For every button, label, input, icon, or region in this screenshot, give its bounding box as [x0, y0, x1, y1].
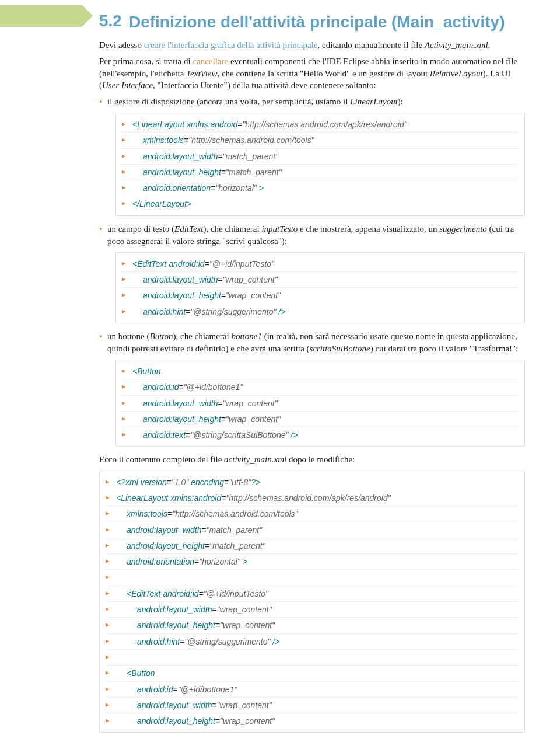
code-line: android:layout_height="wrap_content": [106, 617, 519, 633]
code-line: android:layout_width="wrap_content": [122, 271, 519, 287]
code-line: android:layout_width="match_parent": [106, 522, 519, 538]
codebox-fullfile: <?xml version="1.0" encoding="utf-8"?><L…: [99, 471, 525, 733]
code-line: xmlns:tools="http://schemas.android.com/…: [122, 132, 519, 148]
code-line: android:layout_width="wrap_content": [106, 697, 519, 713]
section-tab-marker: [0, 5, 82, 27]
code-line: <LinearLayout xmlns:android="http://sche…: [122, 117, 519, 132]
code-line: android:hint="@string/suggerimento" />: [122, 304, 519, 319]
code-line: <LinearLayout xmlns:android="http://sche…: [106, 490, 519, 506]
code-line: [106, 649, 519, 665]
code-line: android:layout_height="match_parent": [122, 164, 519, 180]
codebox-edittext: <EditText android:id="@+id/inputTesto"an…: [116, 252, 525, 323]
code-line: </LinearLayout>: [122, 196, 519, 211]
code-line: <EditText android:id="@+id/inputTesto": [122, 256, 519, 271]
code-line: android:text="@string/scrittaSulBottone"…: [122, 427, 519, 443]
cancel-paragraph: Per prima cosa, si tratta di cancellare …: [99, 55, 525, 91]
code-line: android:orientation="horizontal" >: [106, 553, 519, 569]
code-line: android:layout_height="wrap_content": [122, 411, 519, 427]
codebox-linearlayout: <LinearLayout xmlns:android="http://sche…: [116, 113, 525, 216]
section-number: 5.2: [99, 12, 122, 30]
code-line: android:layout_width="wrap_content": [106, 601, 519, 617]
code-line: xmlns:tools="http://schemas.android.com/…: [106, 506, 519, 521]
code-line: <Button: [106, 665, 519, 681]
section-heading: 5.2 Definizione dell'attività principale…: [99, 12, 525, 32]
section-title: Definizione dell'attività principale (Ma…: [129, 13, 505, 31]
code-line: <EditText android:id="@+id/inputTesto": [106, 586, 519, 601]
codebox-button: <Buttonandroid:id="@+id/bottone1"android…: [116, 360, 525, 447]
code-line: android:layout_width="wrap_content": [122, 395, 519, 411]
code-line: [106, 569, 519, 585]
code-line: android:layout_width="match_parent": [122, 148, 519, 164]
code-line: android:orientation="horizontal" >: [122, 180, 519, 196]
code-line: android:layout_height="wrap_content": [106, 713, 519, 729]
code-line: android:layout_height="match_parent": [106, 538, 519, 553]
bullet-edittext: un campo di testo (EditText), che chiame…: [99, 223, 525, 323]
code-line: <?xml version="1.0" encoding="utf-8"?>: [106, 475, 519, 490]
full-file-paragraph: Ecco il contenuto completo del file acti…: [99, 454, 525, 465]
intro-paragraph: Devi adesso creare l'interfaccia grafica…: [99, 39, 525, 51]
code-line: android:hint="@string/suggerimento" />: [106, 633, 519, 649]
code-line: android:id="@+id/bottone1": [122, 379, 519, 395]
code-line: <Button: [122, 364, 519, 379]
bullet-button: un bottone (Button), che chiamerai botto…: [99, 330, 525, 447]
code-line: android:layout_height="wrap_content": [122, 287, 519, 303]
code-line: android:id="@+id/bottone1": [106, 681, 519, 697]
bullet-linearlayout: il gestore di disposizione (ancora una v…: [99, 96, 525, 216]
